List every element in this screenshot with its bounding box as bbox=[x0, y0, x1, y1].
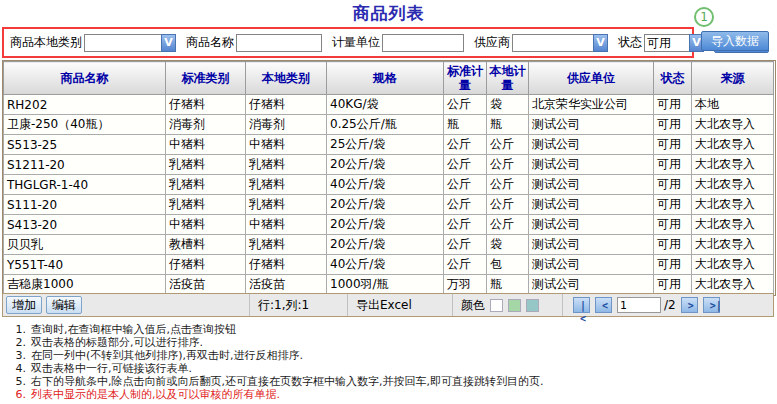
table-cell: 中猪料 bbox=[246, 135, 327, 155]
table-cell: 测试公司 bbox=[529, 195, 654, 215]
product-name-input[interactable] bbox=[236, 34, 322, 52]
table-cell: 万羽 bbox=[444, 275, 487, 295]
table-cell: 20公斤/袋 bbox=[327, 215, 444, 235]
table-cell: 卫康-250（40瓶） bbox=[4, 115, 166, 135]
table-cell: 公斤 bbox=[487, 215, 529, 235]
table-row[interactable]: S413-20中猪料中猪料20公斤/袋公斤公斤测试公司可用大北农导入 bbox=[4, 215, 774, 235]
table-row[interactable]: S513-25中猪料中猪料25公斤/袋公斤公斤测试公司可用大北农导入 bbox=[4, 135, 774, 155]
name-label: 商品名称 bbox=[186, 34, 234, 51]
table-row[interactable]: S111-20乳猪料乳猪料20公斤/袋公斤公斤测试公司可用大北农导入 bbox=[4, 195, 774, 215]
column-header[interactable]: 标准计量 bbox=[444, 62, 487, 95]
table-cell: 仔猪料 bbox=[166, 95, 246, 115]
table-row[interactable]: Y551T-40仔猪料仔猪料40公斤/袋公斤包测试公司可用大北农导入 bbox=[4, 255, 774, 275]
table-row[interactable]: THGLGR-1-40乳猪料乳猪料40公斤/袋公斤公斤测试公司可用大北农导入 bbox=[4, 175, 774, 195]
table-cell: 乳猪料 bbox=[246, 235, 327, 255]
table-cell: 消毒剂 bbox=[166, 115, 246, 135]
filter-bar: 商品本地类别 V 商品名称 计量单位 供应商 V 状态 可用 V 查询 bbox=[2, 27, 694, 58]
supplier-select[interactable]: V bbox=[512, 34, 608, 52]
table-cell: 可用 bbox=[654, 255, 692, 275]
page-number-input[interactable] bbox=[617, 297, 661, 313]
unit-label: 计量单位 bbox=[332, 34, 380, 51]
table-cell: 公斤 bbox=[444, 255, 487, 275]
table-cell: 公斤 bbox=[487, 135, 529, 155]
first-page-button[interactable]: |< bbox=[573, 297, 590, 313]
table-header-row: 商品名称标准类别本地类别规格标准计量本地计量供应单位状态来源 bbox=[4, 62, 774, 95]
table-cell: 乳猪料 bbox=[246, 195, 327, 215]
grid-toolbar: 增加 编辑 行:1,列:1 导出Excel 颜色 |< < /2 > >| bbox=[2, 293, 774, 317]
help-note: 4.双击表格中一行,可链接该行表单. bbox=[10, 362, 543, 375]
column-header[interactable]: 供应单位 bbox=[529, 62, 654, 95]
table-cell: 可用 bbox=[654, 275, 692, 295]
edit-button[interactable]: 编辑 bbox=[46, 296, 82, 314]
table-cell: 大北农导入 bbox=[692, 175, 774, 195]
table-cell: 消毒剂 bbox=[246, 115, 327, 135]
chevron-down-icon[interactable]: V bbox=[161, 34, 176, 52]
column-header[interactable]: 本地类别 bbox=[246, 62, 327, 95]
table-cell: 可用 bbox=[654, 135, 692, 155]
prev-page-button[interactable]: < bbox=[595, 297, 612, 313]
table-cell: S413-20 bbox=[4, 215, 166, 235]
cell-position-indicator: 行:1,列:1 bbox=[258, 297, 309, 314]
column-header[interactable]: 来源 bbox=[692, 62, 774, 95]
status-select[interactable]: 可用 V bbox=[644, 34, 704, 52]
column-header[interactable]: 商品名称 bbox=[4, 62, 166, 95]
table-row[interactable]: RH202仔猪料仔猪料40KG/袋公斤袋北京荣华实业公司可用本地 bbox=[4, 95, 774, 115]
table-row[interactable]: 吉稳康1000活疫苗活疫苗1000羽/瓶万羽瓶测试公司可用大北农导入 bbox=[4, 275, 774, 295]
column-header[interactable]: 规格 bbox=[327, 62, 444, 95]
table-cell: 大北农导入 bbox=[692, 215, 774, 235]
color-swatch bbox=[526, 299, 539, 312]
table-row[interactable]: S1211-20乳猪料乳猪料20公斤/袋公斤公斤测试公司可用大北农导入 bbox=[4, 155, 774, 175]
table-cell: 测试公司 bbox=[529, 115, 654, 135]
last-page-button[interactable]: >| bbox=[703, 297, 720, 313]
column-header[interactable]: 状态 bbox=[654, 62, 692, 95]
import-data-button[interactable]: 导入数据 bbox=[701, 31, 769, 51]
table-cell: 可用 bbox=[654, 235, 692, 255]
table-cell: Y551T-40 bbox=[4, 255, 166, 275]
table-cell: 瓶 bbox=[487, 115, 529, 135]
table-cell: 贝贝乳 bbox=[4, 235, 166, 255]
supplier-select-value[interactable] bbox=[512, 34, 593, 52]
table-cell: 大北农导入 bbox=[692, 275, 774, 295]
table-cell: 测试公司 bbox=[529, 215, 654, 235]
chevron-down-icon[interactable]: V bbox=[593, 34, 608, 52]
table-cell: THGLGR-1-40 bbox=[4, 175, 166, 195]
table-cell: 测试公司 bbox=[529, 135, 654, 155]
table-cell: 大北农导入 bbox=[692, 155, 774, 175]
table-row[interactable]: 卫康-250（40瓶）消毒剂消毒剂0.25公斤/瓶瓶瓶测试公司可用大北农导入 bbox=[4, 115, 774, 135]
table-cell: 1000羽/瓶 bbox=[327, 275, 444, 295]
table-cell: 40公斤/袋 bbox=[327, 175, 444, 195]
color-swatch bbox=[490, 299, 503, 312]
table-cell: 测试公司 bbox=[529, 175, 654, 195]
status-label: 状态 bbox=[618, 34, 642, 51]
table-cell: 测试公司 bbox=[529, 235, 654, 255]
add-button[interactable]: 增加 bbox=[6, 296, 42, 314]
table-cell: 可用 bbox=[654, 95, 692, 115]
category-select[interactable]: V bbox=[84, 34, 176, 52]
table-cell: 乳猪料 bbox=[166, 195, 246, 215]
table-cell: 乳猪料 bbox=[246, 175, 327, 195]
table-cell: 公斤 bbox=[444, 155, 487, 175]
table-cell: 活疫苗 bbox=[166, 275, 246, 295]
table-cell: 公斤 bbox=[487, 195, 529, 215]
table-cell: 乳猪料 bbox=[166, 175, 246, 195]
table-cell: 瓶 bbox=[487, 275, 529, 295]
column-header[interactable]: 标准类别 bbox=[166, 62, 246, 95]
table-cell: 公斤 bbox=[487, 175, 529, 195]
color-legend-label: 颜色 bbox=[461, 297, 485, 314]
table-cell: 教槽料 bbox=[166, 235, 246, 255]
color-swatch bbox=[508, 299, 521, 312]
export-excel-link[interactable]: 导出Excel bbox=[356, 297, 412, 314]
product-list-page: 商品列表 1 商品本地类别 V 商品名称 计量单位 供应商 V 状态 可用 V bbox=[0, 0, 777, 404]
table-cell: 中猪料 bbox=[166, 215, 246, 235]
table-cell: 可用 bbox=[654, 215, 692, 235]
next-page-button[interactable]: > bbox=[681, 297, 698, 313]
table-cell: 北京荣华实业公司 bbox=[529, 95, 654, 115]
table-row[interactable]: 贝贝乳教槽料乳猪料20公斤/袋公斤袋测试公司可用大北农导入 bbox=[4, 235, 774, 255]
table-cell: 公斤 bbox=[444, 175, 487, 195]
unit-input[interactable] bbox=[382, 34, 464, 52]
category-select-value[interactable] bbox=[84, 34, 161, 52]
product-table-frame: 商品名称标准类别本地类别规格标准计量本地计量供应单位状态来源 RH202仔猪料仔… bbox=[2, 60, 776, 296]
column-header[interactable]: 本地计量 bbox=[487, 62, 529, 95]
status-select-value[interactable]: 可用 bbox=[644, 34, 689, 52]
table-cell: 公斤 bbox=[444, 95, 487, 115]
